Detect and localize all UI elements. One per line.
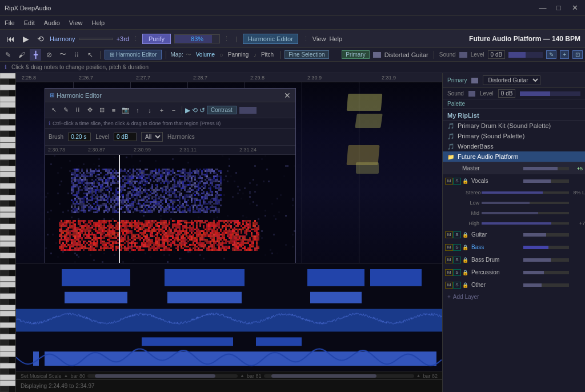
level-fader[interactable] — [508, 52, 543, 58]
map-panning[interactable]: Panning — [226, 51, 251, 58]
purify-level[interactable]: 83% — [174, 34, 220, 43]
tool-pencil-icon[interactable]: ✎ — [2, 49, 14, 61]
menu-audio[interactable]: Audio — [44, 19, 60, 26]
rp-level-fader[interactable] — [520, 91, 580, 96]
contrast-button[interactable]: Contrast — [207, 106, 237, 114]
vocals-solo-btn[interactable]: S — [453, 178, 461, 185]
percussion-solo-btn[interactable]: S — [453, 269, 461, 276]
harmonic-editor-content[interactable]: 2:30.73 2:30.87 2:30.99 2:31.11 2:31.24 — [45, 146, 295, 263]
harmonic-editor-toolbar-btn[interactable]: ⊞ Harmonic Editor — [105, 50, 162, 59]
other-solo-btn[interactable]: S — [453, 282, 461, 289]
menu-help[interactable]: Help — [92, 19, 105, 26]
tool-select-icon[interactable]: ╋ — [30, 49, 41, 61]
scroll-track-2[interactable] — [264, 374, 414, 378]
high-fader[interactable] — [482, 222, 569, 225]
he-tool-plus[interactable]: + — [157, 105, 167, 115]
rp-level-val[interactable]: 0 dB — [498, 89, 516, 98]
minimize-button[interactable]: — — [537, 3, 548, 12]
waveform-strips[interactable] — [16, 263, 442, 371]
waveform-main[interactable]: ⊞ Harmonic Editor ✕ ↖ ✎ ⁞⁞ ✥ ⊞ ≡ 📷 ↑ ↓ — [16, 82, 442, 263]
bass-fader[interactable] — [523, 246, 569, 249]
bass-drum-fader[interactable] — [523, 258, 569, 262]
tool-wave-icon[interactable]: 〜 — [57, 49, 69, 61]
scroll-thumb[interactable] — [95, 374, 215, 378]
harmonic-editor-close-button[interactable]: ✕ — [284, 91, 291, 100]
loop-button[interactable]: ⟲ — [35, 33, 46, 45]
harmony-value[interactable] — [79, 38, 113, 40]
low-fader[interactable] — [482, 202, 569, 204]
guitar-mute-btn[interactable]: M — [445, 231, 453, 238]
bass-mute-btn[interactable]: M — [445, 244, 453, 251]
he-tool-cursor[interactable]: ↖ — [49, 105, 59, 115]
tool-cursor-icon[interactable]: ↖ — [85, 49, 96, 61]
menu-view[interactable]: View — [69, 19, 83, 26]
he-more-btn[interactable]: ⋮ — [303, 35, 309, 42]
he-cycle-button[interactable]: ↺ — [199, 106, 205, 114]
he-tool-move[interactable]: ✥ — [85, 105, 95, 115]
help-button[interactable]: Help — [329, 35, 342, 42]
add-layer-button[interactable]: + Add Layer — [443, 291, 585, 302]
he-tool-pencil[interactable]: ✎ — [61, 105, 71, 115]
bass-drum-mute-btn[interactable]: M — [445, 257, 453, 263]
riplist-item-0[interactable]: 🎵 Primary Drum Kit (Sound Palette) — [443, 121, 585, 131]
percussion-mute-btn[interactable]: M — [445, 269, 453, 276]
scroll-thumb-2[interactable] — [271, 374, 376, 378]
skip-back-button[interactable]: ⏮ — [5, 33, 17, 45]
he-spectrogram[interactable] — [45, 155, 295, 263]
add-button[interactable]: + — [560, 50, 569, 59]
guitar-solo-btn[interactable]: S — [453, 231, 461, 238]
he-tool-camera[interactable]: 📷 — [121, 105, 131, 115]
he-all-select[interactable]: All — [141, 132, 163, 142]
map-pitch[interactable]: Pitch — [259, 51, 276, 58]
view-button[interactable]: View — [312, 35, 326, 42]
other-mute-btn[interactable]: M — [445, 282, 453, 289]
purify-button[interactable]: Purify — [142, 34, 171, 44]
brush-value-input[interactable] — [68, 133, 91, 141]
tool-brush-icon[interactable]: 🖌 — [16, 49, 27, 61]
folder-button[interactable]: ⊡ — [572, 50, 583, 59]
svg-rect-44 — [0, 328, 9, 334]
purify-more-btn[interactable]: ⋮ — [223, 35, 230, 42]
riplist-item-3[interactable]: 📁 Future Audio Platform — [443, 151, 585, 162]
he-tool-list[interactable]: ≡ — [109, 105, 119, 115]
harmonic-editor-titlebar[interactable]: ⊞ Harmonic Editor ✕ — [45, 89, 295, 102]
play-button[interactable]: ▶ — [21, 33, 31, 45]
riplist-item-1[interactable]: 🎵 Primary (Sound Palette) — [443, 131, 585, 141]
svg-rect-32 — [0, 259, 9, 265]
riplist-item-2[interactable]: 🎵 WonderBass — [443, 141, 585, 151]
level-value[interactable]: 0 dB — [488, 50, 506, 59]
tool-harmonic-icon[interactable]: ⁞⁞ — [71, 49, 82, 61]
he-level-input[interactable] — [114, 133, 137, 141]
vocals-fader[interactable] — [523, 179, 569, 183]
other-fader[interactable] — [523, 283, 569, 287]
svg-rect-4 — [0, 97, 15, 102]
harmonic-editor-button[interactable]: Harmonic Editor — [243, 34, 298, 44]
stereo-fader[interactable] — [482, 191, 569, 194]
bass-solo-btn[interactable]: S — [453, 244, 461, 251]
he-reset-button[interactable]: ⟲ — [192, 106, 198, 114]
maximize-button[interactable]: □ — [553, 3, 564, 12]
he-tool-down[interactable]: ↓ — [145, 105, 155, 115]
master-fader[interactable] — [523, 167, 569, 170]
mid-fader[interactable] — [482, 212, 569, 214]
he-tool-up[interactable]: ↑ — [133, 105, 143, 115]
tool-eraser-icon[interactable]: ⊘ — [43, 49, 55, 61]
he-tool-minus[interactable]: − — [169, 105, 179, 115]
bass-drum-solo-btn[interactable]: S — [453, 257, 461, 263]
he-tool-columns[interactable]: ⁞⁞ — [73, 105, 83, 115]
fine-selection[interactable]: Fine Selection — [285, 50, 328, 59]
menu-file[interactable]: File — [5, 19, 15, 26]
close-button[interactable]: ✕ — [569, 3, 580, 12]
he-play-button[interactable]: ▶ — [185, 106, 190, 114]
scrollbar-area[interactable]: Set Musical Scale ▲ bar 80 ▲ bar 81 ▲ ba… — [16, 371, 442, 379]
percussion-fader[interactable] — [523, 271, 569, 274]
guitar-fader[interactable] — [523, 233, 569, 237]
he-tool-grid[interactable]: ⊞ — [97, 105, 107, 115]
vocals-mute-btn[interactable]: M — [445, 178, 453, 185]
map-volume[interactable]: Volume — [194, 51, 217, 58]
edit-button[interactable]: ✎ — [546, 50, 556, 59]
rp-guitar-select[interactable]: Distorted Guitar — [483, 75, 540, 85]
transport-more-btn[interactable]: ⋮ — [133, 35, 139, 42]
scroll-track[interactable] — [87, 374, 238, 378]
menu-edit[interactable]: Edit — [24, 19, 35, 26]
